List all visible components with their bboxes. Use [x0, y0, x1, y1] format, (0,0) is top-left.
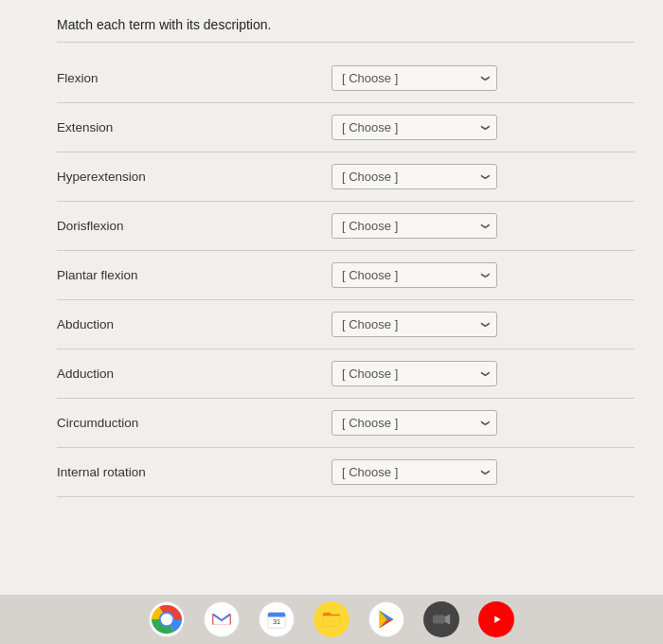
match-row-extension: Extension[ Choose ] [57, 103, 635, 152]
term-label-extension: Extension [57, 120, 246, 134]
term-label-internal-rotation: Internal rotation [57, 465, 246, 479]
dropdown-container-internal-rotation: [ Choose ] [332, 459, 497, 485]
dropdown-wrapper-hyperextension: [ Choose ] [332, 164, 497, 189]
youtube-icon[interactable] [478, 601, 514, 637]
svg-text:31: 31 [273, 617, 280, 626]
term-label-flexion: Flexion [57, 71, 246, 85]
dropdown-flexion[interactable]: [ Choose ] [332, 65, 497, 91]
dropdown-container-circumduction: [ Choose ] [332, 410, 497, 436]
match-row-plantar-flexion: Plantar flexion[ Choose ] [57, 251, 635, 300]
svg-rect-7 [433, 615, 445, 623]
term-label-abduction: Abduction [57, 317, 246, 331]
term-label-adduction: Adduction [57, 367, 246, 381]
dropdown-container-dorisflexion: [ Choose ] [332, 213, 497, 239]
dropdown-wrapper-extension: [ Choose ] [332, 115, 497, 140]
match-row-dorisflexion: Dorisflexion[ Choose ] [57, 202, 635, 251]
match-row-flexion: Flexion[ Choose ] [57, 54, 635, 103]
dropdown-container-plantar-flexion: [ Choose ] [332, 262, 497, 288]
rows-container: Flexion[ Choose ]Extension[ Choose ]Hype… [57, 54, 635, 497]
calendar-icon[interactable]: 31 [259, 601, 295, 637]
dropdown-wrapper-circumduction: [ Choose ] [332, 410, 497, 436]
svg-point-2 [161, 614, 173, 626]
dropdown-container-extension: [ Choose ] [332, 115, 497, 140]
video-camera-icon[interactable] [423, 601, 459, 637]
gmail-icon[interactable] [204, 601, 240, 637]
match-row-adduction: Adduction[ Choose ] [57, 349, 635, 399]
dropdown-extension[interactable]: [ Choose ] [332, 115, 497, 140]
dropdown-container-hyperextension: [ Choose ] [332, 164, 497, 189]
dropdown-wrapper-plantar-flexion: [ Choose ] [332, 262, 497, 288]
dropdown-container-flexion: [ Choose ] [332, 65, 497, 91]
match-row-internal-rotation: Internal rotation[ Choose ] [57, 448, 635, 497]
dropdown-container-abduction: [ Choose ] [332, 312, 497, 337]
match-row-hyperextension: Hyperextension[ Choose ] [57, 152, 635, 202]
dropdown-wrapper-adduction: [ Choose ] [332, 361, 497, 386]
dropdown-internal-rotation[interactable]: [ Choose ] [332, 459, 497, 485]
dropdown-abduction[interactable]: [ Choose ] [332, 312, 497, 337]
main-content: Match each term with its description. Fl… [0, 0, 663, 595]
dropdown-circumduction[interactable]: [ Choose ] [332, 410, 497, 436]
dropdown-wrapper-abduction: [ Choose ] [332, 312, 497, 337]
term-label-circumduction: Circumduction [57, 416, 246, 430]
match-row-abduction: Abduction[ Choose ] [57, 300, 635, 349]
folder-icon[interactable] [314, 601, 349, 637]
dropdown-adduction[interactable]: [ Choose ] [332, 361, 497, 386]
term-label-plantar-flexion: Plantar flexion [57, 268, 246, 282]
term-label-hyperextension: Hyperextension [57, 170, 246, 184]
dropdown-hyperextension[interactable]: [ Choose ] [332, 164, 497, 189]
dropdown-container-adduction: [ Choose ] [332, 361, 497, 386]
play-store-icon[interactable] [368, 601, 404, 637]
instruction-text: Match each term with its description. [57, 17, 635, 43]
dropdown-wrapper-flexion: [ Choose ] [332, 65, 497, 91]
term-label-dorisflexion: Dorisflexion [57, 219, 246, 233]
taskbar: 31 [0, 595, 663, 644]
chrome-icon[interactable] [149, 601, 185, 637]
dropdown-wrapper-dorisflexion: [ Choose ] [332, 213, 497, 239]
dropdown-wrapper-internal-rotation: [ Choose ] [332, 459, 497, 485]
dropdown-plantar-flexion[interactable]: [ Choose ] [332, 262, 497, 288]
match-row-circumduction: Circumduction[ Choose ] [57, 399, 635, 448]
dropdown-dorisflexion[interactable]: [ Choose ] [332, 213, 497, 239]
